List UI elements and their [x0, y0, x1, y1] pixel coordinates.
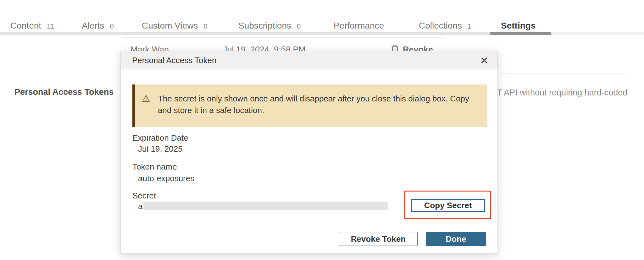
token-name-label: Token name: [132, 162, 177, 172]
tab-custom-views-label: Custom Views: [142, 21, 198, 31]
tab-settings[interactable]: Settings: [501, 21, 536, 31]
table-row-divider: [124, 37, 442, 38]
warning-message: The secret is only shown once and will d…: [158, 93, 475, 116]
description-text-fragment: T API without requiring hard-coded: [497, 88, 627, 98]
tab-subscriptions[interactable]: Subscriptions 0: [238, 21, 301, 31]
token-name-value: auto-exposures: [138, 174, 194, 183]
revoke-token-button[interactable]: Revoke Token: [339, 232, 418, 246]
warning-icon: ⚠: [142, 93, 150, 104]
warning-banner: ⚠ The secret is only shown once and will…: [132, 84, 487, 127]
done-button[interactable]: Done: [426, 232, 486, 246]
tab-alerts[interactable]: Alerts 0: [82, 21, 114, 31]
tab-content-label: Content: [10, 21, 41, 31]
dialog-header: Personal Access Token ✕: [121, 51, 497, 69]
page: Content 11 Alerts 0 Custom Views 0 Subsc…: [0, 0, 644, 260]
tab-subscriptions-label: Subscriptions: [238, 21, 291, 31]
secret-redacted-bar: [143, 202, 388, 210]
personal-access-token-dialog: Personal Access Token ✕ ⚠ The secret is …: [120, 51, 498, 254]
tab-alerts-count: 0: [110, 22, 114, 30]
settings-tab-underline: [490, 32, 551, 35]
tab-underline: [0, 32, 490, 35]
tab-content[interactable]: Content 11: [10, 21, 54, 31]
expiration-date-value: Jul 19, 2025: [138, 144, 183, 154]
token-date-cell: Jul 19, 2024, 9:58 PM: [223, 45, 306, 51]
tab-subscriptions-count: 0: [297, 22, 301, 30]
tab-performance[interactable]: Performance: [334, 21, 384, 31]
tab-settings-label: Settings: [501, 21, 536, 31]
tab-performance-label: Performance: [334, 21, 384, 31]
tab-custom-views-count: 0: [203, 22, 207, 30]
dialog-title: Personal Access Token: [132, 56, 216, 65]
trash-icon[interactable]: [391, 45, 399, 51]
tab-underline-right: [551, 32, 644, 35]
secret-value-prefix: a: [138, 202, 142, 211]
personal-access-tokens-heading: Personal Access Tokens: [14, 87, 114, 97]
tab-content-count: 11: [47, 22, 54, 30]
expiration-date-label: Expiration Date: [132, 133, 188, 143]
tab-collections-label: Collections: [419, 21, 462, 31]
copy-secret-button[interactable]: Copy Secret: [411, 199, 485, 212]
revoke-link[interactable]: Revoke: [403, 45, 433, 51]
token-owner-cell: Mark Wan: [130, 45, 169, 51]
tab-collections-count: 1: [468, 22, 471, 30]
secret-label: Secret: [132, 191, 156, 201]
table-row: Mark Wan Jul 19, 2024, 9:58 PM Revoke: [0, 44, 644, 51]
tab-alerts-label: Alerts: [82, 21, 104, 31]
section-divider: [500, 73, 626, 74]
close-icon[interactable]: ✕: [477, 54, 491, 68]
tab-custom-views[interactable]: Custom Views 0: [142, 21, 208, 31]
tab-collections[interactable]: Collections 1: [419, 21, 471, 31]
